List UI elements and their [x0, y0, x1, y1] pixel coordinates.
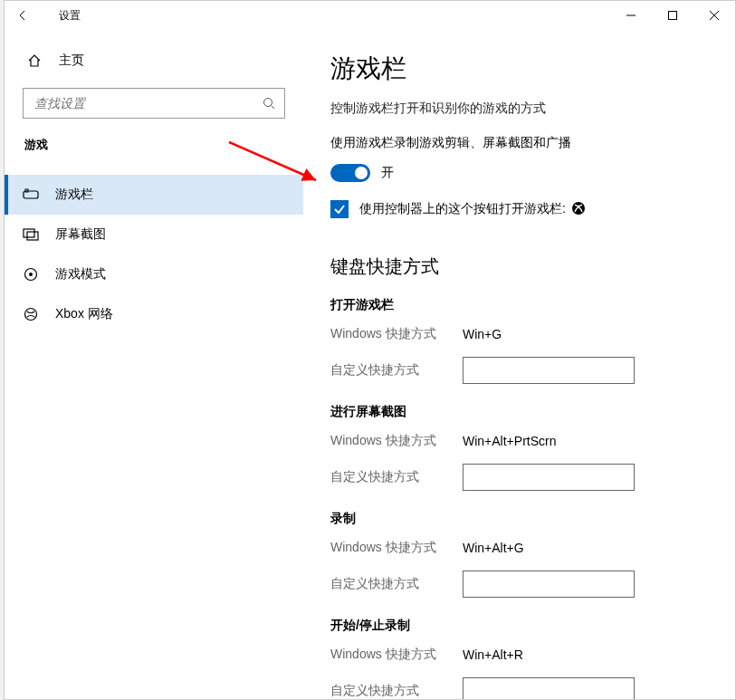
xbox-icon: [21, 307, 41, 321]
search-icon: [253, 97, 284, 110]
settings-window: 设置 主页: [4, 0, 736, 700]
search-container: [23, 88, 285, 119]
custom-shortcut-label: 自定义快捷方式: [330, 362, 463, 379]
shortcut-name: 打开游戏栏: [330, 297, 708, 313]
controller-checkbox[interactable]: [330, 200, 349, 218]
page-description: 控制游戏栏打开和识别你的游戏的方式: [330, 101, 708, 117]
shortcuts-header: 键盘快捷方式: [330, 254, 708, 279]
page-title: 游戏栏: [330, 52, 708, 86]
screenshot-icon: [21, 228, 41, 241]
shortcut-custom-row: 自定义快捷方式: [330, 571, 708, 598]
checkbox-text: 使用控制器上的这个按钮打开游戏栏:: [359, 201, 566, 217]
window-title: 设置: [59, 8, 610, 24]
windows-shortcut-value: Win+Alt+R: [463, 647, 523, 662]
shortcut-custom-row: 自定义快捷方式: [330, 464, 708, 491]
shortcut-name: 开始/停止录制: [330, 618, 708, 634]
gamebar-toggle[interactable]: [330, 164, 370, 182]
sidebar-item-label: Xbox 网络: [55, 306, 113, 322]
shortcut-name: 进行屏幕截图: [330, 404, 708, 420]
svg-line-3: [272, 106, 275, 110]
windows-shortcut-label: Windows 快捷方式: [330, 433, 463, 449]
sidebar: 主页 游戏 游戏栏: [5, 30, 303, 699]
windows-shortcut-label: Windows 快捷方式: [330, 326, 463, 342]
back-button[interactable]: [5, 1, 41, 30]
shortcut-screenshot: 进行屏幕截图 Windows 快捷方式 Win+Alt+PrtScrn 自定义快…: [330, 404, 708, 491]
sidebar-item-label: 游戏栏: [55, 187, 93, 203]
custom-shortcut-input[interactable]: [463, 464, 635, 491]
shortcut-custom-row: 自定义快捷方式: [330, 677, 708, 699]
sidebar-item-gamebar[interactable]: 游戏栏: [5, 175, 303, 215]
svg-point-2: [264, 99, 272, 107]
custom-shortcut-label: 自定义快捷方式: [330, 576, 463, 592]
shortcut-custom-row: 自定义快捷方式: [330, 357, 708, 384]
controller-checkbox-row: 使用控制器上的这个按钮打开游戏栏:: [330, 200, 708, 218]
main-content: 游戏栏 控制游戏栏打开和识别你的游戏的方式 使用游戏栏录制游戏剪辑、屏幕截图和广…: [303, 30, 735, 699]
window-controls: [610, 1, 735, 30]
body: 主页 游戏 游戏栏: [5, 30, 735, 699]
custom-shortcut-input[interactable]: [463, 357, 635, 384]
sidebar-section-label: 游戏: [24, 137, 303, 153]
toggle-state-label: 开: [381, 165, 394, 181]
home-link[interactable]: 主页: [5, 43, 303, 79]
toggle-row: 开: [330, 164, 708, 182]
shortcut-windows-row: Windows 快捷方式 Win+Alt+PrtScrn: [330, 427, 708, 455]
custom-shortcut-input[interactable]: [463, 571, 635, 598]
custom-shortcut-input[interactable]: [463, 677, 635, 699]
shortcut-open-gamebar: 打开游戏栏 Windows 快捷方式 Win+G 自定义快捷方式: [330, 297, 708, 384]
svg-point-9: [29, 273, 33, 276]
svg-point-10: [25, 309, 37, 321]
shortcut-record: 录制 Windows 快捷方式 Win+Alt+G 自定义快捷方式: [330, 511, 708, 598]
custom-shortcut-label: 自定义快捷方式: [330, 683, 463, 699]
controller-checkbox-label: 使用控制器上的这个按钮打开游戏栏:: [359, 201, 586, 218]
custom-shortcut-label: 自定义快捷方式: [330, 469, 463, 485]
sidebar-items: 游戏栏 屏幕截图 游戏模式: [5, 175, 303, 334]
windows-shortcut-value: Win+G: [463, 327, 502, 341]
xbox-button-icon: [571, 201, 586, 218]
toggle-knob: [355, 167, 368, 179]
shortcut-windows-row: Windows 快捷方式 Win+G: [330, 321, 708, 348]
svg-rect-1: [669, 12, 677, 20]
titlebar: 设置: [5, 1, 735, 30]
toggle-description: 使用游戏栏录制游戏剪辑、屏幕截图和广播: [330, 135, 708, 151]
sidebar-item-xbox[interactable]: Xbox 网络: [5, 294, 303, 334]
shortcut-name: 录制: [330, 511, 708, 527]
shortcut-windows-row: Windows 快捷方式 Win+Alt+G: [330, 534, 708, 561]
gamemode-icon: [21, 267, 41, 282]
sidebar-item-label: 屏幕截图: [55, 226, 106, 243]
sidebar-item-label: 游戏模式: [55, 266, 106, 283]
windows-shortcut-value: Win+Alt+G: [463, 541, 524, 555]
windows-shortcut-label: Windows 快捷方式: [330, 540, 463, 556]
sidebar-item-gamemode[interactable]: 游戏模式: [5, 254, 303, 294]
windows-shortcut-label: Windows 快捷方式: [330, 647, 463, 663]
sidebar-item-screenshot[interactable]: 屏幕截图: [5, 215, 303, 254]
svg-rect-6: [24, 229, 34, 237]
gamebar-icon: [21, 188, 41, 201]
svg-point-11: [572, 202, 585, 215]
home-icon: [26, 53, 43, 68]
svg-rect-7: [27, 232, 38, 240]
close-button[interactable]: [693, 1, 735, 30]
shortcut-start-stop: 开始/停止录制 Windows 快捷方式 Win+Alt+R 自定义快捷方式: [330, 618, 708, 699]
search-box[interactable]: [23, 88, 285, 119]
maximize-button[interactable]: [652, 1, 693, 30]
shortcut-windows-row: Windows 快捷方式 Win+Alt+R: [330, 641, 708, 668]
home-label: 主页: [59, 53, 84, 69]
minimize-button[interactable]: [610, 1, 652, 30]
windows-shortcut-value: Win+Alt+PrtScrn: [463, 434, 556, 448]
search-input[interactable]: [24, 96, 253, 110]
